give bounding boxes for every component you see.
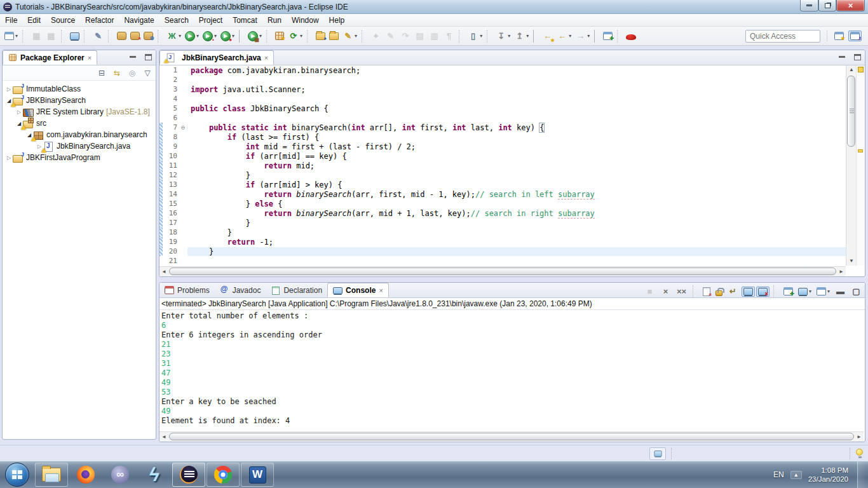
code-line-13[interactable]: 13 if (arr[mid] > key) { (159, 180, 846, 189)
editor-vscroll-thumb[interactable] (847, 76, 855, 147)
show-desktop-button[interactable] (857, 461, 865, 488)
tab-declaration[interactable]: Declaration (266, 283, 327, 297)
menu-refactor[interactable]: Refactor (80, 15, 119, 26)
code-line-5[interactable]: 5public class JbkBinarySearch { (159, 104, 846, 113)
java-perspective-button[interactable]: J (848, 30, 862, 41)
menu-tomcat[interactable]: Tomcat (227, 15, 262, 26)
scroll-left-arrow[interactable]: ◄ (159, 267, 168, 276)
code-line-8[interactable]: 8 if (last >= first) { (159, 132, 846, 142)
display-selected-console-dropdown-icon[interactable]: ▾ (809, 288, 811, 294)
code-editor[interactable]: 1package com.javabykiran.binarysearch;23… (159, 65, 846, 266)
focus-on-active-task-button[interactable]: ◎ (126, 68, 138, 78)
profile-dropdown-icon[interactable]: ▾ (232, 33, 234, 39)
profile-button[interactable]: ▶●▾ (219, 30, 236, 43)
last-edit-location-button[interactable]: ←★ (540, 29, 555, 43)
code-line-9[interactable]: 9 int mid = first + (last - first) / 2; (159, 142, 846, 151)
code-line-21[interactable]: 21 (159, 256, 846, 266)
editor-overview-ruler[interactable] (856, 65, 865, 266)
close-editor-tab-icon[interactable]: × (264, 54, 268, 62)
external-tools-button[interactable]: ▶▦▾ (246, 30, 264, 43)
code-line-3[interactable]: 3import java.util.Scanner; (159, 85, 846, 94)
back-button[interactable]: ←▾ (555, 29, 573, 43)
scroll-right-arrow[interactable]: ► (837, 267, 846, 276)
code-line-18[interactable]: 18 } (159, 227, 846, 237)
menu-project[interactable]: Project (194, 15, 227, 26)
show-console-stdout-button[interactable] (742, 287, 755, 297)
minimize-window-button[interactable] (800, 0, 818, 11)
open-console-view-button[interactable] (68, 31, 81, 41)
collapsed-arrow-icon[interactable]: ▷ (5, 86, 13, 92)
restore-window-button[interactable] (818, 0, 836, 11)
taskbar-app-chrome[interactable] (207, 463, 240, 487)
code-line-16[interactable]: 16 return binarySearch(arr, mid + 1, las… (159, 208, 846, 218)
forward-button[interactable]: →▾ (573, 29, 592, 43)
menu-file[interactable]: File (0, 15, 22, 26)
tomcat-stop-button[interactable]: × (128, 30, 142, 41)
code-line-1[interactable]: 1package com.javabykiran.binarysearch; (159, 65, 846, 75)
tree-item-com-javabykiran-binarysearch[interactable]: ◢com.javabykiran.binarysearch (3, 129, 156, 140)
close-package-explorer-icon[interactable]: × (88, 54, 92, 62)
tab-package-explorer[interactable]: Package Explorer × (3, 50, 97, 65)
generate-web-service-dropdown-icon[interactable]: ▾ (300, 33, 302, 39)
open-console-dropdown-icon[interactable]: ▾ (827, 288, 830, 294)
menu-navigate[interactable]: Navigate (119, 15, 159, 26)
tips-lightbulb-icon[interactable] (856, 449, 863, 456)
run-button[interactable]: ▶▾ (183, 30, 201, 43)
previous-annotation-dropdown-icon[interactable]: ▾ (526, 33, 529, 39)
coverage-dropdown-icon[interactable]: ▾ (214, 33, 217, 39)
code-line-4[interactable]: 4 (159, 94, 846, 104)
minimize-view-button[interactable]: ▬ (833, 285, 848, 298)
open-resource-button[interactable] (327, 31, 341, 41)
editor-vertical-scrollbar[interactable]: ▲ ▼ (846, 65, 856, 266)
menu-help[interactable]: Help (324, 15, 350, 26)
debug-dropdown-icon[interactable]: ▾ (179, 33, 181, 39)
tree-item-jre-system-library[interactable]: ▷JRE System Library[JavaSE-1.8] (3, 106, 156, 118)
menu-source[interactable]: Source (46, 15, 80, 26)
taskbar-clock[interactable]: 1:08 PM 23/Jan/2020 (808, 466, 848, 484)
show-console-stderr-button[interactable] (756, 287, 770, 297)
code-line-17[interactable]: 17 } (159, 218, 846, 227)
menu-run[interactable]: Run (262, 15, 287, 26)
taskbar-app-firefox[interactable] (69, 463, 102, 487)
code-line-6[interactable]: 6 (159, 113, 846, 123)
tree-item-src[interactable]: ◢src (3, 118, 156, 129)
console-hscroll-thumb[interactable] (169, 433, 854, 440)
code-line-12[interactable]: 12 } (159, 170, 846, 180)
code-line-7[interactable]: 7⊖ public static int binarySearch(int ar… (159, 123, 846, 132)
tree-item-immutableclass[interactable]: ▷ImmutableClass (3, 83, 156, 95)
scroll-lock-button[interactable] (714, 286, 724, 297)
tree-item-jbkfirstjavaprogram[interactable]: ▷JBKFirstJavaProgram (3, 152, 156, 163)
insert-pin-button[interactable]: ✎ (91, 29, 105, 43)
menu-edit[interactable]: Edit (22, 15, 46, 26)
collapsed-arrow-icon[interactable]: ▷ (15, 109, 23, 115)
collapsed-arrow-icon[interactable]: ▷ (5, 155, 13, 161)
display-selected-console-button[interactable]: ▾ (796, 287, 813, 297)
minimize-view-button[interactable] (128, 53, 138, 61)
console-scroll-left-arrow[interactable]: ◄ (159, 432, 168, 442)
device-view-button[interactable]: ▯▾ (466, 29, 484, 43)
pin-console-button[interactable]: ✚ (782, 286, 795, 297)
code-line-11[interactable]: 11 return mid; (159, 161, 846, 170)
open-console-button[interactable]: ▾ (815, 286, 832, 297)
console-scroll-right-arrow[interactable]: ► (855, 432, 864, 442)
code-line-14[interactable]: 14 return binarySearch(arr, first, mid -… (159, 189, 846, 199)
maximize-view-button[interactable]: ▢ (849, 285, 864, 298)
new-java-project-button[interactable]: ★ (273, 30, 286, 41)
editor-horizontal-scrollbar[interactable]: ◄ ► (159, 266, 846, 276)
coverage-button[interactable]: ▶▪▾ (201, 30, 219, 43)
minimize-editor-button[interactable] (837, 53, 847, 61)
remove-launch-button[interactable]: × (658, 285, 673, 298)
window-titlebar[interactable]: Tutorials - JBKBinarySearch/src/com/java… (0, 0, 868, 14)
close-console-tab-icon[interactable]: × (379, 287, 383, 294)
collapse-all-button[interactable]: ⊟ (96, 68, 107, 78)
tab-console[interactable]: Console× (327, 283, 389, 297)
word-wrap-button[interactable]: ↵ (726, 285, 740, 298)
next-annotation-dropdown-icon[interactable]: ▾ (508, 33, 510, 39)
run-dropdown-icon[interactable]: ▾ (196, 33, 199, 39)
close-window-button[interactable]: × (836, 0, 865, 11)
new-wizard-button[interactable]: ▾ (3, 30, 20, 41)
console-horizontal-scrollbar[interactable]: ◄ ► (159, 431, 864, 442)
tab-problems[interactable]: Problems (159, 283, 215, 297)
code-line-15[interactable]: 15 } else { (159, 199, 846, 208)
taskbar-app-word[interactable]: W (241, 463, 274, 487)
